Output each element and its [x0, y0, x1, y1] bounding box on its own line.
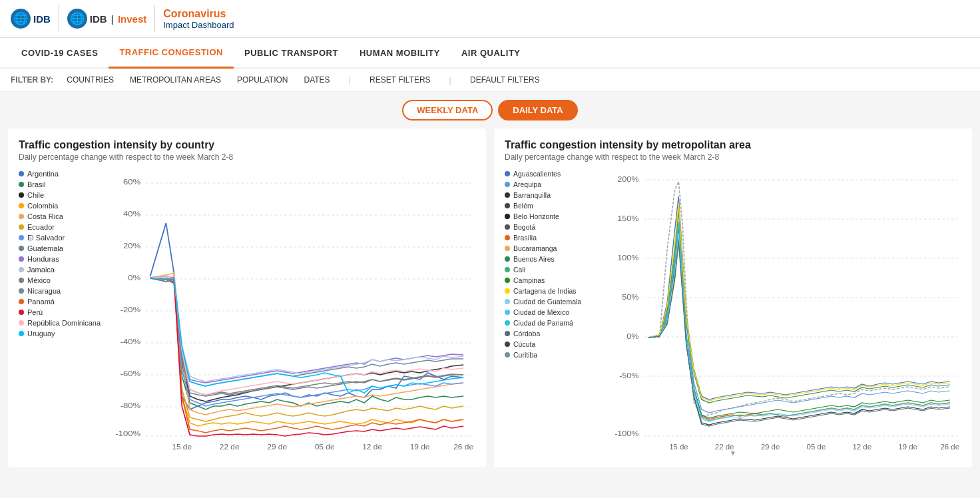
chart1-inner: ArgentinaBrasilChileColombiaCosta RicaEc… [19, 170, 475, 449]
legend-dot [19, 235, 24, 240]
filter-default[interactable]: DEFAULT FILTERS [467, 74, 543, 86]
legend-item: Brasil [19, 180, 105, 188]
legend-item: Ecuador [19, 223, 105, 231]
corona-sub: Impact Dashboard [163, 20, 234, 30]
legend-dot [19, 171, 24, 176]
legend-dot [505, 203, 510, 208]
nav-transport[interactable]: PUBLIC TRANSPORT [234, 39, 349, 67]
legend-item: Argentina [19, 170, 105, 178]
legend-dot [505, 246, 510, 251]
legend-dot [505, 214, 510, 219]
svg-text:0%: 0% [626, 332, 639, 341]
legend-item: Bucaramanga [505, 244, 605, 252]
legend-dot [19, 320, 24, 326]
legend-item: Perú [19, 308, 105, 316]
legend-item: Cartagena de Indias [505, 287, 605, 295]
legend-dot [19, 214, 24, 219]
svg-text:12 de: 12 de [362, 443, 382, 449]
legend-item: Barranquilla [505, 191, 605, 199]
legend-item: El Salvador [19, 234, 105, 242]
nav-mobility[interactable]: HUMAN MOBILITY [349, 39, 451, 67]
legend-item: Uruguay [19, 330, 105, 338]
svg-text:200%: 200% [617, 175, 639, 184]
svg-text:-60%: -60% [121, 370, 141, 378]
chart1-title: Traffic congestion intensity by country [19, 139, 475, 151]
legend-item: Ciudad de México [505, 308, 605, 316]
svg-text:05 de: 05 de [315, 443, 335, 449]
legend-item: Cali [505, 266, 605, 274]
idb-globe-icon: 🌐 [11, 9, 31, 29]
legend-dot [19, 288, 24, 294]
chart1-legend: ArgentinaBrasilChileColombiaCosta RicaEc… [19, 170, 105, 449]
corona-title: Coronavirus [163, 7, 234, 20]
nav-air[interactable]: AIR QUALITY [451, 39, 531, 67]
header-bar [154, 5, 155, 32]
svg-text:20%: 20% [123, 242, 140, 250]
filter-dates[interactable]: DATES [302, 74, 333, 86]
svg-text:-80%: -80% [121, 401, 141, 410]
invest-text: Invest [118, 13, 146, 25]
svg-text:19 de: 19 de [410, 443, 430, 449]
legend-dot [505, 256, 510, 262]
legend-item: Guatemala [19, 244, 105, 252]
legend-item: Bogotá [505, 223, 605, 231]
legend-dot [19, 224, 24, 230]
legend-item: República Dominicana [19, 319, 105, 327]
legend-dot [19, 203, 24, 208]
svg-text:26 de: 26 de [940, 443, 959, 449]
svg-text:26 de: 26 de [453, 443, 473, 449]
svg-text:22 de: 22 de [715, 443, 734, 449]
legend-dot [19, 267, 24, 272]
svg-text:60%: 60% [123, 178, 140, 186]
corona-brand: Coronavirus Impact Dashboard [163, 7, 234, 30]
svg-text:19 de: 19 de [898, 443, 917, 449]
svg-text:29 de: 29 de [761, 443, 780, 449]
legend-item: México [19, 276, 105, 284]
legend-dot [19, 246, 24, 251]
idb-invest-logo: 🌐 IDB | Invest [67, 9, 146, 29]
chart2-svg: 200% 150% 100% 50% 0% -50% -100% [610, 170, 961, 449]
svg-text:-40%: -40% [121, 338, 141, 346]
legend-dot [505, 278, 510, 283]
filter-metro[interactable]: METROPOLITAN AREAS [127, 74, 224, 86]
legend-dot [19, 182, 24, 187]
legend-item: Nicaragua [19, 287, 105, 295]
legend-dot [19, 192, 24, 198]
nav-covid19[interactable]: COVID-19 CASES [11, 39, 109, 67]
legend-dot [505, 192, 510, 198]
chart2-title: Traffic congestion intensity by metropol… [505, 139, 961, 151]
legend-item: Panamá [19, 298, 105, 306]
legend-dot [505, 342, 510, 347]
idb-invest-text: IDB [90, 13, 107, 25]
legend-item: Campinas [505, 276, 605, 284]
legend-item: Belo Horizonte [505, 212, 605, 220]
filter-countries[interactable]: COUNTRIES [64, 74, 117, 86]
svg-text:05 de: 05 de [807, 443, 826, 449]
legend-dot [19, 310, 24, 315]
nav-traffic[interactable]: TRAFFIC CONGESTION [109, 38, 234, 69]
svg-text:22 de: 22 de [220, 443, 240, 449]
legend-dot [505, 288, 510, 294]
svg-text:-50%: -50% [619, 372, 639, 380]
legend-dot [19, 278, 24, 283]
svg-text:0%: 0% [128, 274, 140, 282]
daily-btn[interactable]: DAILY DATA [498, 100, 577, 121]
chart2-inner: AguascalientesArequipaBarranquillaBelémB… [505, 170, 961, 449]
svg-text:50%: 50% [622, 293, 639, 302]
chart1-svg: 60% 40% 20% 0% -20% -40% -60% -80% -100% [111, 170, 475, 449]
chart-panel-country: Traffic congestion intensity by country … [8, 128, 486, 467]
weekly-btn[interactable]: WEEKLY DATA [402, 100, 493, 121]
legend-item: Belém [505, 202, 605, 210]
filter-reset[interactable]: RESET FILTERS [367, 74, 433, 86]
filter-sep1: | [349, 75, 351, 85]
legend-dot [505, 171, 510, 176]
svg-text:-20%: -20% [121, 306, 141, 314]
svg-text:29 de: 29 de [267, 443, 287, 449]
chart2-area: 200% 150% 100% 50% 0% -50% -100% [610, 170, 961, 449]
logo-divider [59, 5, 59, 32]
idb-text: IDB [33, 13, 51, 25]
filter-population[interactable]: POPULATION [234, 74, 290, 86]
legend-item: Cúcuta [505, 340, 605, 348]
svg-text:15 de: 15 de [172, 443, 192, 449]
svg-text:-100%: -100% [115, 429, 140, 438]
